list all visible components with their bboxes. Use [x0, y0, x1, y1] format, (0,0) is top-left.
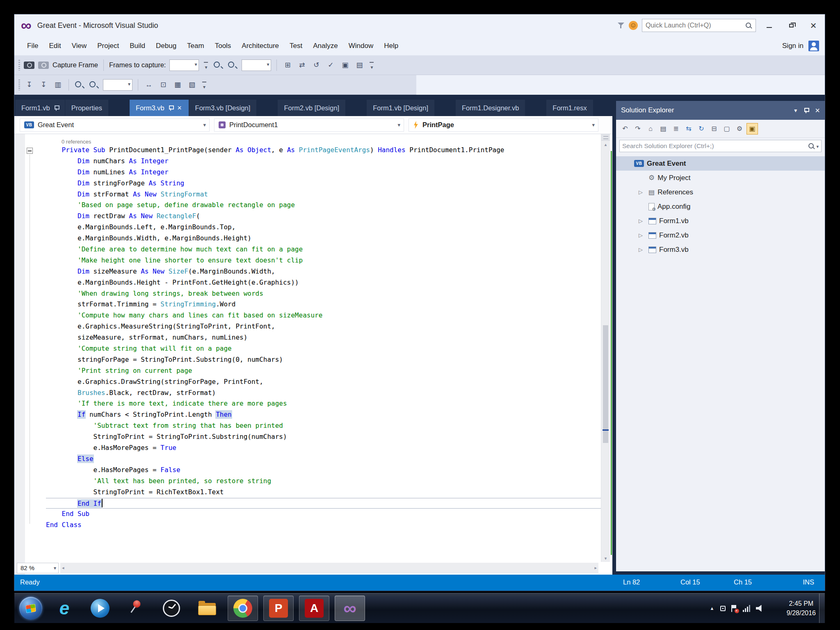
solution-explorer-search-box[interactable] [619, 140, 822, 152]
tree-item-form1-vb[interactable]: ▷Form1.vb [616, 214, 825, 228]
menu-help[interactable]: Help [379, 39, 404, 52]
zoom-in-icon[interactable] [74, 80, 85, 89]
capture-toolbar-overflow[interactable] [203, 59, 209, 71]
expander-icon[interactable]: ▷ [636, 232, 646, 238]
toolbar2-overflow[interactable] [201, 79, 208, 91]
code-line[interactable]: sizeMeasure, strFormat, numChars, numLin… [46, 332, 601, 343]
code-line[interactable]: Dim strFormat As New StringFormat [46, 189, 601, 200]
properties-icon[interactable]: ⚙ [734, 123, 745, 135]
code-line[interactable]: e.Graphics.MeasureString(StringToPrint, … [46, 321, 601, 332]
menu-project[interactable]: Project [92, 39, 124, 52]
tree-item-great-event[interactable]: VBGreat Event [616, 156, 825, 171]
menu-test[interactable]: Test [284, 39, 308, 52]
sign-in-link[interactable]: Sign in [782, 42, 803, 50]
capture-camera-icon[interactable] [24, 62, 34, 69]
tree-item-app-config[interactable]: App.config [616, 199, 825, 214]
show-all-files-icon[interactable]: ▢ [721, 123, 733, 135]
code-line[interactable]: End Class [46, 520, 601, 531]
code-line[interactable]: 'Compute string that will fit on a page [46, 343, 601, 354]
menu-tools[interactable]: Tools [210, 39, 237, 52]
home-icon[interactable]: ⌂ [645, 123, 656, 135]
scroll-left-icon[interactable] [62, 565, 64, 571]
codelens-references[interactable]: 0 references [36, 134, 601, 145]
search-options-chevron-icon[interactable] [815, 142, 819, 150]
collapse-all-icon[interactable]: ⊟ [708, 123, 720, 135]
menu-analyze[interactable]: Analyze [308, 39, 343, 52]
code-line[interactable]: 'If there is more text, indicate there a… [46, 398, 601, 409]
tree-item-my-project[interactable]: ⚙My Project [616, 171, 825, 185]
tab-form3-vb-design[interactable]: Form3.vb [Design] [189, 100, 257, 116]
pushpin-app-icon[interactable] [121, 596, 151, 621]
code-line[interactable]: Private Sub PrintDocument1_PrintPage(sen… [46, 145, 601, 156]
code-line[interactable]: 'Subtract text from string that has been… [46, 420, 601, 431]
quick-launch-input[interactable] [646, 22, 745, 29]
toolbar1-overflow[interactable] [368, 59, 375, 71]
code-area[interactable]: 0 references Private Sub PrintDocument1_… [36, 134, 601, 531]
visual-studio-icon[interactable]: ∞ [335, 596, 365, 621]
adobe-reader-icon[interactable]: A [299, 596, 329, 621]
collapse-region-icon[interactable] [27, 148, 33, 154]
menu-team[interactable]: Team [182, 39, 210, 52]
close-tab-icon[interactable] [177, 104, 183, 112]
tray-network-icon[interactable] [743, 605, 751, 612]
quick-launch-box[interactable] [642, 19, 756, 32]
pin-icon[interactable] [168, 105, 173, 111]
code-editor[interactable]: 0 references Private Sub PrintDocument1_… [14, 134, 612, 575]
project-dropdown[interactable]: VB Great Event [20, 119, 210, 132]
code-line[interactable]: StringToPrint = StringToPrint.Substring(… [46, 431, 601, 443]
code-line[interactable]: e.MarginBounds.Left, e.MarginBounds.Top, [46, 222, 601, 233]
tab-form2-vb-design[interactable]: Form2.vb [Design] [278, 100, 345, 116]
lock-icon[interactable]: ▣ [340, 60, 350, 71]
chrome-icon[interactable] [228, 596, 258, 621]
code-line[interactable]: strFormat.Trimming = StringTrimming.Word [46, 299, 601, 310]
tab-form1-vb-design[interactable]: Form1.vb [Design] [367, 100, 434, 116]
media-player-icon[interactable] [85, 596, 115, 621]
taskbar-clock[interactable]: 2:45 PM 9/28/2016 [787, 593, 816, 623]
code-line[interactable]: End Sub [46, 509, 601, 520]
scroll-up-icon[interactable] [601, 141, 610, 148]
save-frame-icon[interactable]: ↧ [24, 80, 34, 90]
filter-icon[interactable]: ≣ [670, 123, 682, 135]
funnel-icon[interactable] [617, 22, 625, 29]
tab-form1-vb[interactable]: Form1.vb [15, 100, 65, 116]
vertical-scrollbar-thumb[interactable] [603, 325, 608, 443]
tray-flag-icon[interactable] [731, 605, 737, 612]
menu-file[interactable]: File [22, 39, 43, 52]
close-panel-icon[interactable] [815, 106, 820, 115]
switch-views-icon[interactable]: ▤ [657, 123, 669, 135]
menu-edit[interactable]: Edit [43, 39, 66, 52]
code-line[interactable]: e.MarginBounds.Height - PrintFont.GetHei… [46, 277, 601, 288]
code-line[interactable]: Dim numLines As Integer [46, 167, 601, 178]
menu-debug[interactable]: Debug [151, 39, 182, 52]
code-line[interactable]: e.MarginBounds.Width, e.MarginBounds.Hei… [46, 233, 601, 244]
menu-architecture[interactable]: Architecture [236, 39, 284, 52]
menu-build[interactable]: Build [124, 39, 151, 52]
member-dropdown[interactable]: PrintPage [409, 119, 598, 132]
outlining-margin[interactable] [25, 134, 36, 575]
menu-view[interactable]: View [66, 39, 92, 52]
restore-button[interactable] [782, 18, 800, 33]
forward-icon[interactable]: ↷ [632, 123, 644, 135]
tray-indicator-icon[interactable] [720, 606, 726, 611]
texture-view-icon[interactable]: ▧ [187, 80, 197, 90]
code-line[interactable]: Else [46, 454, 601, 465]
tree-item-form2-vb[interactable]: ▷Form2.vb [616, 228, 825, 242]
vertical-scrollbar[interactable] [601, 134, 610, 562]
solution-explorer-title-bar[interactable]: Solution Explorer [616, 101, 825, 120]
code-line[interactable]: End If [46, 498, 601, 509]
tab-form3-vb[interactable]: Form3.vb [130, 100, 189, 116]
export-icon[interactable]: ▤ [354, 60, 365, 71]
code-line[interactable]: e.HasMorePages = False [46, 465, 601, 476]
zoom-out-icon[interactable] [227, 61, 238, 70]
expander-icon[interactable]: ▷ [636, 189, 646, 195]
code-line[interactable]: Brushes.Black, rectDraw, strFormat) [46, 388, 601, 399]
splitter-handle[interactable] [601, 134, 610, 141]
tab-properties[interactable]: Properties [65, 100, 108, 116]
validate-icon[interactable]: ✓ [325, 60, 336, 71]
code-line[interactable]: 'Based on page setup, define drawable re… [46, 200, 601, 211]
show-desktop-button[interactable] [819, 593, 825, 623]
preview-selected-items-icon[interactable]: ▣ [746, 123, 758, 135]
tree-item-references[interactable]: ▷▤References [616, 185, 825, 199]
minimize-button[interactable] [760, 18, 778, 33]
code-line[interactable]: 'When drawing long strings, break betwee… [46, 288, 601, 299]
